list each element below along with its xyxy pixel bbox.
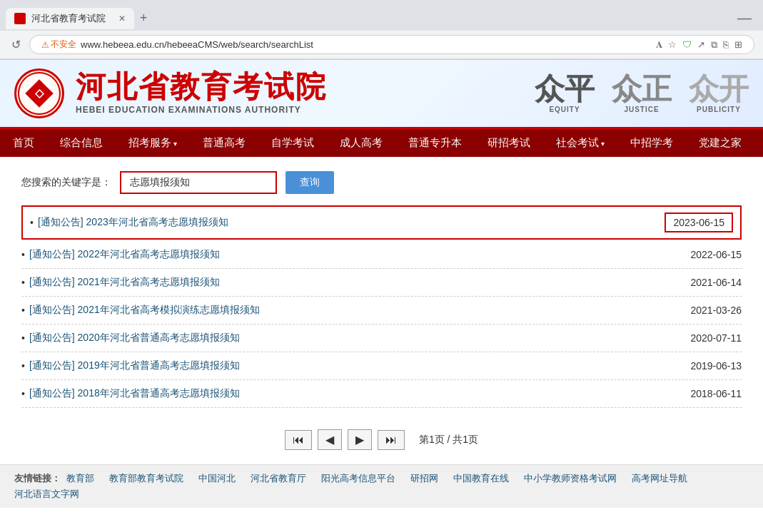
- search-area: 您搜索的关键字是： 查询: [0, 157, 763, 205]
- result-link-2[interactable]: [通知公告] 2022年河北省高考志愿填报须知: [29, 248, 220, 261]
- motto-char-3: 众开: [689, 74, 749, 104]
- result-date-4: 2021-03-26: [690, 305, 742, 316]
- result-date-1: 2023-06-15: [665, 213, 733, 232]
- next-page-button[interactable]: ▶: [348, 429, 372, 450]
- browser-tab[interactable]: 河北省教育考试院 ✕: [6, 8, 134, 29]
- sep2: [186, 472, 196, 485]
- logo-text: 河北省教育考试院 HEBEI EDUCATION EXAMINATIONS AU…: [76, 72, 327, 115]
- search-input[interactable]: [120, 171, 277, 194]
- result-link-7[interactable]: [通知公告] 2018年河北省普通高考志愿填报须知: [29, 387, 240, 400]
- motto-justice: 众正 JUSTICE: [612, 74, 672, 113]
- result-link-4[interactable]: [通知公告] 2021年河北省高考模拟演练志愿填报须知: [29, 304, 260, 317]
- tabs-icon[interactable]: ⧉: [711, 39, 717, 51]
- sep4: [309, 472, 318, 485]
- insecure-badge: ⚠ 不安全: [41, 39, 76, 51]
- page-info: 第1页 / 共1页: [419, 434, 478, 446]
- bullet-icon-7: •: [21, 388, 25, 399]
- minimize-button[interactable]: —: [726, 6, 763, 31]
- nav-item-postgrad[interactable]: 研招考试: [475, 129, 543, 157]
- nav-item-transfer[interactable]: 普通专升本: [395, 129, 475, 157]
- url-text: www.hebeea.edu.cn/hebeeaCMS/web/search/s…: [81, 39, 652, 50]
- result-date-3: 2021-06-14: [690, 277, 742, 288]
- search-button[interactable]: 查询: [286, 171, 334, 194]
- sep9: [690, 472, 699, 485]
- share-icon[interactable]: ↗: [697, 39, 705, 50]
- browser-chrome: 河北省教育考试院 ✕ + — ↺ ⚠ 不安全 www.hebeea.edu.cn…: [0, 0, 763, 60]
- logo-emblem: ◇: [14, 68, 64, 118]
- result-left-3: • [通知公告] 2021年河北省高考志愿填报须知: [21, 276, 220, 289]
- result-link-5[interactable]: [通知公告] 2020年河北省普通高考志愿填报须知: [29, 332, 240, 344]
- motto-en-1: EQUITY: [549, 106, 580, 113]
- result-link-6[interactable]: [通知公告] 2019年河北省普通高考志愿填报须知: [29, 359, 240, 372]
- footer-link-sunshine[interactable]: 阳光高考信息平台: [321, 472, 395, 485]
- footer-link-moe[interactable]: 教育部: [66, 472, 94, 485]
- sep8: [620, 472, 629, 485]
- sep7: [512, 472, 521, 485]
- nav-item-gaokao[interactable]: 普通高考: [190, 129, 258, 157]
- address-field[interactable]: ⚠ 不安全 www.hebeea.edu.cn/hebeeaCMS/web/se…: [29, 35, 754, 54]
- nav-item-middle[interactable]: 中招学考: [617, 129, 686, 157]
- nav-item-enrollment[interactable]: 招考服务: [116, 129, 190, 157]
- motto-equity: 众平 EQUITY: [535, 74, 595, 113]
- footer-links: 友情链接： 教育部 教育部教育考试院 中国河北 河北省教育厅 阳光高考信息平台 …: [0, 464, 763, 508]
- prev-page-button[interactable]: ◀: [318, 429, 342, 450]
- footer-link-ncee[interactable]: 教育部教育考试院: [109, 472, 183, 485]
- result-title-1: 2023年河北省高考志愿填报须知: [86, 216, 228, 227]
- result-date-6: 2019-06-13: [690, 360, 742, 372]
- nav-item-adult-gaokao[interactable]: 成人高考: [327, 129, 395, 157]
- result-date-2: 2022-06-15: [690, 249, 742, 260]
- nav-item-social[interactable]: 社会考试: [543, 129, 617, 157]
- sep3: [238, 472, 248, 485]
- nav-item-home[interactable]: 首页: [0, 129, 47, 157]
- sep1: [97, 472, 106, 485]
- motto-char-2: 众正: [612, 74, 672, 104]
- footer-link-edu-dept[interactable]: 河北省教育厅: [251, 472, 306, 485]
- copy-icon[interactable]: ⎘: [723, 39, 729, 50]
- bullet-icon-4: •: [21, 305, 25, 316]
- result-item-6: • [通知公告] 2019年河北省普通高考志愿填报须知 2019-06-13: [21, 352, 742, 380]
- result-item-5: • [通知公告] 2020年河北省普通高考志愿填报须知 2020-07-11: [21, 324, 742, 352]
- first-page-button[interactable]: ⏮: [285, 430, 312, 450]
- result-link-3[interactable]: [通知公告] 2021年河北省高考志愿填报须知: [29, 276, 220, 289]
- footer-link-language[interactable]: 河北语言文字网: [14, 488, 79, 501]
- motto-en-3: PUBLICITY: [697, 106, 741, 113]
- pagination: ⏮ ◀ ▶ ⏭ 第1页 / 共1页: [0, 408, 763, 464]
- sep6: [441, 472, 450, 485]
- tab-close-button[interactable]: ✕: [118, 14, 126, 24]
- new-tab-button[interactable]: +: [134, 8, 153, 29]
- bullet-icon-5: •: [21, 332, 25, 344]
- browser-back-button[interactable]: ↺: [9, 35, 24, 54]
- bullet-icon-6: •: [21, 360, 25, 372]
- motto-publicity: 众开 PUBLICITY: [689, 74, 749, 113]
- sep5: [398, 472, 408, 485]
- extensions-icon[interactable]: ⊞: [734, 39, 742, 50]
- footer-link-teacher[interactable]: 中小学教师资格考试网: [524, 472, 617, 485]
- search-label: 您搜索的关键字是：: [21, 176, 111, 189]
- warning-icon: ⚠: [41, 40, 49, 50]
- star-icon[interactable]: ☆: [668, 39, 677, 50]
- result-item-2: • [通知公告] 2022年河北省高考志愿填报须知 2022-06-15: [21, 241, 742, 269]
- result-date-5: 2020-07-11: [690, 332, 742, 344]
- footer-label: 友情链接：: [14, 472, 61, 485]
- result-left-6: • [通知公告] 2019年河北省普通高考志愿填报须知: [21, 359, 240, 372]
- result-link-1[interactable]: [通知公告] 2023年河北省高考志愿填报须知: [38, 216, 228, 229]
- result-item-3: • [通知公告] 2021年河北省高考志愿填报须知 2021-06-14: [21, 269, 742, 297]
- result-tag-1: [通知公告]: [38, 216, 84, 227]
- results-area: • [通知公告] 2023年河北省高考志愿填报须知 2023-06-15 • […: [0, 205, 763, 408]
- tab-favicon: [14, 13, 26, 24]
- nav-item-party[interactable]: 党建之家: [686, 129, 754, 157]
- nav-item-self-study[interactable]: 自学考试: [258, 129, 327, 157]
- address-icons: 𝐀 ☆ 🛡 ↗ ⧉ ⎘ ⊞: [656, 39, 742, 51]
- last-page-button[interactable]: ⏭: [378, 430, 405, 450]
- footer-link-yanzhao[interactable]: 研招网: [410, 472, 438, 485]
- footer-link-china-edu[interactable]: 中国教育在线: [453, 472, 509, 485]
- result-left-7: • [通知公告] 2018年河北省普通高考志愿填报须知: [21, 387, 240, 400]
- bullet-icon-3: •: [21, 277, 25, 288]
- footer-link-hebei[interactable]: 中国河北: [198, 472, 236, 485]
- tab-title: 河北省教育考试院: [31, 12, 106, 25]
- motto-en-2: JUSTICE: [624, 106, 659, 113]
- footer-link-gaokao-nav[interactable]: 高考网址导航: [632, 472, 687, 485]
- header-mottos: 众平 EQUITY 众正 JUSTICE 众开 PUBLICITY: [535, 74, 749, 113]
- result-item-first: • [通知公告] 2023年河北省高考志愿填报须知 2023-06-15: [21, 205, 742, 240]
- nav-item-general[interactable]: 综合信息: [47, 129, 116, 157]
